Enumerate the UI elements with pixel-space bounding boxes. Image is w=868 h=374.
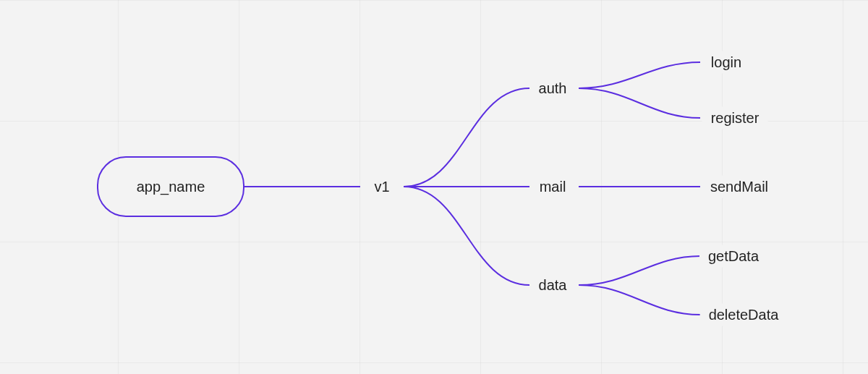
edge-auth-register bbox=[579, 88, 700, 118]
node-mail: mail bbox=[531, 176, 575, 198]
node-auth-label: auth bbox=[539, 80, 567, 96]
node-root-label: app_name bbox=[137, 179, 205, 195]
edge-auth-login bbox=[579, 62, 700, 88]
node-data: data bbox=[530, 274, 576, 297]
node-register: register bbox=[702, 107, 768, 129]
node-mail-label: mail bbox=[540, 179, 566, 195]
node-login: login bbox=[702, 51, 750, 74]
node-v1: v1 bbox=[365, 176, 398, 198]
edge-data-deletedata bbox=[579, 285, 700, 315]
diagram-canvas: app_name v1 auth mail data login registe… bbox=[0, 0, 868, 374]
node-getdata: getData bbox=[699, 245, 767, 268]
node-root: app_name bbox=[97, 156, 244, 217]
edge-v1-auth bbox=[404, 88, 529, 187]
edge-v1-data bbox=[404, 187, 529, 285]
node-getdata-label: getData bbox=[708, 248, 759, 264]
node-v1-label: v1 bbox=[374, 179, 389, 195]
node-register-label: register bbox=[711, 110, 760, 126]
node-sendmail-label: sendMail bbox=[710, 179, 768, 195]
node-sendmail: sendMail bbox=[702, 176, 777, 198]
node-data-label: data bbox=[539, 277, 567, 293]
edge-data-getdata bbox=[579, 256, 700, 285]
node-deletedata-label: deleteData bbox=[709, 307, 779, 323]
node-auth: auth bbox=[530, 77, 576, 100]
node-deletedata: deleteData bbox=[700, 304, 788, 326]
node-login-label: login bbox=[711, 54, 741, 70]
